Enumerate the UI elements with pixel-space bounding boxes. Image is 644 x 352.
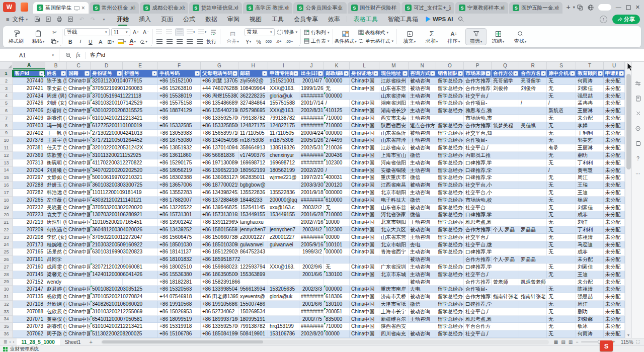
column-header-H[interactable]: H <box>238 62 268 69</box>
cell[interactable] <box>519 115 547 122</box>
row-header[interactable]: 13 <box>0 159 13 167</box>
cell[interactable] <box>268 256 299 263</box>
cell[interactable]: 370502200012272047 <box>91 234 123 241</box>
menu-insert[interactable]: 插入 <box>134 14 156 25</box>
row-header[interactable]: 4 <box>0 93 13 100</box>
cell[interactable]: 黄韦慧 <box>576 167 604 174</box>
cell[interactable]: ######### <box>299 115 324 122</box>
cell[interactable]: 200000@qq <box>268 197 299 204</box>
cell[interactable]: 留学总经办 <box>436 323 464 330</box>
cell[interactable]: 曾老师 <box>492 279 519 286</box>
cell[interactable]: China中国 <box>350 219 379 226</box>
cell[interactable]: 周子路 (女 <box>45 330 67 338</box>
cell[interactable]: 微信 <box>409 197 436 204</box>
cell[interactable]: +86 1971300890 <box>201 159 238 167</box>
font-name-select[interactable]: 等线▾ <box>64 28 110 36</box>
cell[interactable]: +86 1877000215 <box>201 182 238 189</box>
wps-taskbar-icon[interactable]: S <box>600 340 613 351</box>
cell[interactable]: XXX@163. <box>268 263 299 271</box>
justify-icon[interactable] <box>185 38 194 46</box>
cell[interactable]: +86 15290175 <box>158 159 201 167</box>
header-cell-O[interactable]: 销售团队▾ <box>436 70 464 77</box>
cell[interactable]: 主动咨询 <box>409 137 436 144</box>
cell[interactable]: 留学总经办 <box>436 226 464 234</box>
minimize-button[interactable]: — <box>616 5 621 10</box>
cell[interactable]: 207165 <box>13 248 45 256</box>
cell[interactable]: 刘素佳 <box>576 204 604 212</box>
cell[interactable]: 合作方推荐 <box>464 293 492 301</box>
cell[interactable]: 筑梦美程 <box>492 122 519 130</box>
menu-home[interactable]: 开始 <box>112 14 134 25</box>
cell[interactable]: guiwanwei <box>268 241 299 249</box>
cell[interactable]: 留学总经办 <box>436 308 464 316</box>
cell[interactable]: 王迪 <box>576 189 604 197</box>
cell[interactable]: 丁利利 <box>576 130 604 137</box>
filter-dropdown-icon[interactable]: ▾ <box>403 71 408 76</box>
cell[interactable]: 杨眉 <box>576 197 604 204</box>
align-center-icon[interactable] <box>165 38 174 46</box>
add-sheet-button[interactable]: + <box>86 339 96 345</box>
cell[interactable]: 511302200208200025 <box>91 330 123 338</box>
cell[interactable]: 未分配 <box>604 263 625 271</box>
page-view-icon[interactable]: ▤ <box>561 339 566 344</box>
cell[interactable]: 刘俊伶 <box>492 85 519 93</box>
cell[interactable]: 310113200211152925 <box>91 152 123 159</box>
page-break-view-icon[interactable]: ▥ <box>569 339 573 344</box>
cell[interactable]: 207434 <box>13 93 45 100</box>
header-cell-A[interactable]: 客户id▾ <box>13 70 45 77</box>
cell[interactable]: 155751588 <box>268 100 299 107</box>
filter-dropdown-icon[interactable]: ▾ <box>598 71 603 76</box>
cell[interactable]: China中国 <box>67 301 91 308</box>
cell[interactable]: China中国 <box>67 323 91 330</box>
header-cell-M[interactable]: 现住地址▾ <box>379 70 409 77</box>
cell[interactable]: 411702200312270822 <box>91 159 123 167</box>
header-cell-L[interactable]: 身份证地址▾ <box>350 70 379 77</box>
cell[interactable]: 丁利利 <box>576 159 604 167</box>
cell[interactable]: 未分配 <box>604 137 625 144</box>
convert-button[interactable]: 转换▾ <box>276 28 299 36</box>
cell[interactable]: 未分配 <box>604 122 625 130</box>
increase-indent-icon[interactable]: ▾ <box>197 28 208 36</box>
cell[interactable]: China中国 <box>350 286 379 293</box>
cell[interactable]: 无 <box>547 241 576 249</box>
cell[interactable] <box>519 286 547 293</box>
cell[interactable] <box>492 130 519 137</box>
cell[interactable]: 未分配 <box>604 130 625 137</box>
cell[interactable]: +86 1335925706 <box>201 323 238 330</box>
cell[interactable]: 成雨雯 (女 <box>45 263 67 271</box>
cell[interactable]: China中国 <box>67 93 91 100</box>
cell[interactable] <box>350 256 379 263</box>
panel-notes-icon[interactable] <box>635 95 641 102</box>
cell[interactable] <box>519 263 547 271</box>
cell[interactable]: China中国 <box>67 182 91 189</box>
cell[interactable]: 留学总经办 <box>436 234 464 241</box>
cell[interactable]: 青海省西宁 <box>379 248 409 256</box>
cell[interactable]: 无 <box>547 85 576 93</box>
cell[interactable]: 主动咨询 <box>409 93 436 100</box>
cell[interactable]: m1875308 <box>238 137 268 144</box>
column-header-R[interactable]: R <box>519 62 547 69</box>
next-sheet-icon[interactable]: › <box>13 339 15 344</box>
cell[interactable]: 山东省东营 <box>379 85 409 93</box>
cell[interactable]: 2005/9/16 <box>299 241 324 249</box>
cell[interactable]: 无 <box>547 330 576 338</box>
cell[interactable]: 无 <box>547 248 576 256</box>
filter-dropdown-icon[interactable]: ▾ <box>344 71 349 76</box>
cell[interactable]: 000000 <box>324 130 350 137</box>
cell[interactable]: 雅思考点,雅 <box>464 107 492 115</box>
cell[interactable]: 无 <box>547 263 576 271</box>
cell[interactable]: 留学总经办 <box>436 189 464 197</box>
cell[interactable]: ######### <box>299 122 324 130</box>
cell[interactable]: 未分配 <box>604 100 625 107</box>
cell[interactable] <box>492 204 519 212</box>
cell[interactable]: 207406 <box>13 107 45 115</box>
cell[interactable]: / <box>547 167 576 174</box>
cell[interactable]: 微信 <box>409 301 436 308</box>
horizontal-scrollbar[interactable] <box>101 340 549 344</box>
cell[interactable]: 留学总经办 <box>436 316 464 323</box>
header-cell-H[interactable]: 邮箱▾ <box>238 70 268 77</box>
cell[interactable]: / <box>324 167 350 174</box>
cell[interactable]: 180562199 <box>268 167 299 174</box>
cell[interactable]: 207297 <box>13 174 45 182</box>
cell[interactable]: +86 18302388 <box>158 174 201 182</box>
